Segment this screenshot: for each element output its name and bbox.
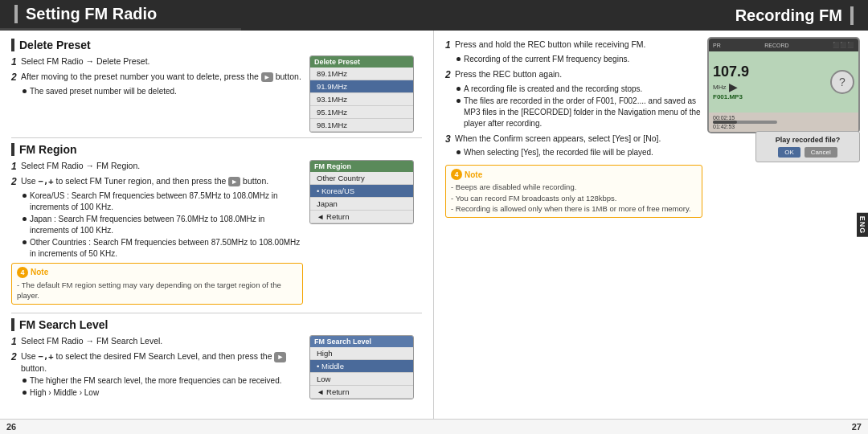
menu-header: FM Region bbox=[310, 161, 413, 172]
preset-button: ► bbox=[261, 72, 273, 83]
delete-preset-menu: Delete Preset 89.1MHz 91.9MHz 93.1MHz 95… bbox=[309, 55, 414, 133]
fm-search-level-bullet2: High › Middle › Low bbox=[23, 387, 303, 399]
delete-preset-title: Delete Preset bbox=[11, 39, 422, 51]
fm-search-level-title: FM Search Level bbox=[11, 318, 422, 331]
recording-steps: 1 Press and hold the REC button while re… bbox=[445, 39, 710, 218]
delete-preset-text: 1 Select FM Radio → Delete Preset. 2 Aft… bbox=[11, 55, 303, 98]
fm-search-level-step2: 2 Use −,+ to select the desired FM Searc… bbox=[11, 350, 303, 374]
fm-region-title: FM Region bbox=[11, 143, 422, 156]
fm-region-note: 4 Note - The default FM region setting m… bbox=[11, 263, 303, 305]
menu-item: Japan bbox=[310, 198, 413, 211]
device-filename: F001.MP3 bbox=[713, 93, 749, 100]
page-number-left: 26 bbox=[6, 422, 16, 432]
playback-progress bbox=[713, 121, 737, 124]
menu-item: Other Country bbox=[310, 172, 413, 185]
device-bottom: 00:02:15 01:42:53 bbox=[709, 113, 858, 132]
fm-search-level-bullet1: The higher the FM search level, the more… bbox=[23, 375, 303, 387]
delete-preset-step2: 2 After moving to the preset number you … bbox=[11, 71, 303, 84]
fm-search-level-step1: 1 Select FM Radio → FM Search Level. bbox=[11, 335, 303, 349]
rec-step2-bullet2: The files are recorded in the order of F… bbox=[457, 96, 710, 129]
device-screen: 107.9 MHz ▶ F001.MP3 ? bbox=[709, 51, 858, 113]
note-text-line3: - Recording is allowed only when there i… bbox=[451, 203, 697, 214]
delete-preset-section: Delete Preset 1 Select FM Radio → Delete… bbox=[11, 39, 422, 133]
play-dialog: Play recorded file? OK Cancel bbox=[755, 131, 860, 162]
menu-item: Low bbox=[310, 373, 413, 386]
menu-header: FM Search Level bbox=[310, 336, 413, 347]
playback-bar bbox=[713, 121, 777, 124]
ok-button[interactable]: OK bbox=[778, 147, 800, 158]
rec-step2: 2 Press the REC button again. bbox=[445, 68, 710, 82]
menu-header: Delete Preset bbox=[310, 56, 413, 68]
fm-region-step2: 2 Use −,+ to select FM Tuner region, and… bbox=[11, 175, 303, 189]
menu-item: ◄ Return bbox=[310, 386, 413, 399]
right-title: Recording FM bbox=[241, 0, 868, 31]
menu-item-selected: • Korea/US bbox=[310, 185, 413, 198]
menu-item-selected: • Middle bbox=[310, 360, 413, 373]
fm-region-bullet1: Korea/US : Search FM frequencies between… bbox=[23, 190, 303, 213]
recording-note: 4 Note - Beeps are disabled while record… bbox=[445, 165, 702, 218]
menu-item: ◄ Return bbox=[310, 211, 413, 223]
rec-step2-bullet1: A recording file is created and the reco… bbox=[457, 84, 710, 95]
section-bar bbox=[11, 318, 14, 331]
fm-region-menu: FM Region Other Country • Korea/US Japan… bbox=[309, 160, 414, 224]
device-top-bar: PR RECORD ⬛⬛⬛ bbox=[709, 39, 858, 51]
section-bar bbox=[11, 143, 14, 156]
right-title-text: Recording FM bbox=[735, 6, 854, 25]
device-frequency: 107.9 MHz ▶ F001.MP3 bbox=[713, 63, 749, 100]
page-number-right: 27 bbox=[852, 422, 862, 432]
page-numbers: 26 27 bbox=[0, 419, 868, 434]
menu-item: 98.1MHz bbox=[310, 119, 413, 132]
delete-preset-row: 1 Select FM Radio → Delete Preset. 2 Aft… bbox=[11, 55, 422, 133]
play-dialog-title: Play recorded file? bbox=[760, 136, 855, 144]
section-bar bbox=[11, 39, 14, 51]
rec-step1: 1 Press and hold the REC button while re… bbox=[445, 39, 710, 52]
frequency-number: 107.9 bbox=[713, 63, 749, 80]
note-text-line2: - You can record FM broadcasts only at 1… bbox=[451, 193, 697, 203]
rec-step3: 3 When the Confirm screen appears, selec… bbox=[445, 133, 710, 146]
page-header: Setting FM Radio Recording FM bbox=[0, 0, 868, 31]
total-time: 01:42:53 bbox=[713, 124, 777, 129]
fm-region-bullet3: Other Countries : Search FM frequencies … bbox=[23, 237, 303, 260]
rec-step1-bullet: Recording of the current FM frequency be… bbox=[457, 54, 710, 65]
divider bbox=[11, 137, 422, 138]
fm-region-title-text: FM Region bbox=[19, 143, 77, 156]
menu-item: 95.1MHz bbox=[310, 106, 413, 119]
menu-item: 89.1MHz bbox=[310, 68, 413, 80]
main-content: Delete Preset 1 Select FM Radio → Delete… bbox=[0, 31, 868, 419]
menu-item: 93.1MHz bbox=[310, 93, 413, 106]
fm-search-level-menu: FM Search Level High • Middle Low ◄ Retu… bbox=[309, 335, 414, 399]
fm-search-level-row: 1 Select FM Radio → FM Search Level. 2 U… bbox=[11, 335, 422, 399]
note-title: 4 Note bbox=[17, 267, 297, 278]
eng-tab: ENG bbox=[857, 212, 868, 237]
fm-search-level-text: 1 Select FM Radio → FM Search Level. 2 U… bbox=[11, 335, 303, 399]
fm-region-text: 1 Select FM Radio → FM Region. 2 Use −,+… bbox=[11, 160, 303, 308]
region-button: ► bbox=[228, 177, 240, 187]
play-dialog-buttons: OK Cancel bbox=[760, 147, 855, 158]
fm-search-level-section: FM Search Level 1 Select FM Radio → FM S… bbox=[11, 318, 422, 399]
question-mark-icon: ? bbox=[830, 70, 854, 94]
cancel-button[interactable]: Cancel bbox=[805, 147, 837, 158]
note-icon: 4 bbox=[451, 169, 462, 180]
menu-item: High bbox=[310, 347, 413, 360]
fm-region-section: FM Region 1 Select FM Radio → FM Region.… bbox=[11, 143, 422, 308]
fm-search-level-title-text: FM Search Level bbox=[19, 318, 108, 331]
note-text: - The default FM region setting may vary… bbox=[17, 280, 297, 301]
left-title: Setting FM Radio bbox=[0, 0, 241, 31]
fm-region-step1: 1 Select FM Radio → FM Region. bbox=[11, 160, 303, 174]
search-level-button: ► bbox=[274, 352, 286, 362]
rec-step3-bullet: When selecting [Yes], the recorded file … bbox=[457, 147, 710, 158]
delete-preset-bullet1: The saved preset number will be deleted. bbox=[23, 86, 303, 97]
delete-preset-step1: 1 Select FM Radio → Delete Preset. bbox=[11, 55, 303, 69]
frequency-unit: MHz bbox=[713, 84, 726, 91]
left-panel: Delete Preset 1 Select FM Radio → Delete… bbox=[0, 31, 434, 419]
elapsed-time: 00:02:15 bbox=[713, 115, 777, 121]
divider bbox=[11, 313, 422, 313]
note-icon: 4 bbox=[17, 267, 28, 278]
note-title: 4 Note bbox=[451, 169, 697, 180]
device-display: PR RECORD ⬛⬛⬛ 107.9 MHz ▶ F001.MP3 ? bbox=[707, 37, 860, 133]
delete-preset-title-text: Delete Preset bbox=[19, 39, 91, 51]
note-text-line1: - Beeps are disabled while recording. bbox=[451, 182, 697, 192]
fm-region-row: 1 Select FM Radio → FM Region. 2 Use −,+… bbox=[11, 160, 422, 308]
fm-region-bullet2: Japan : Search FM frequencies between 76… bbox=[23, 214, 303, 236]
right-panel: PR RECORD ⬛⬛⬛ 107.9 MHz ▶ F001.MP3 ? bbox=[434, 31, 868, 419]
